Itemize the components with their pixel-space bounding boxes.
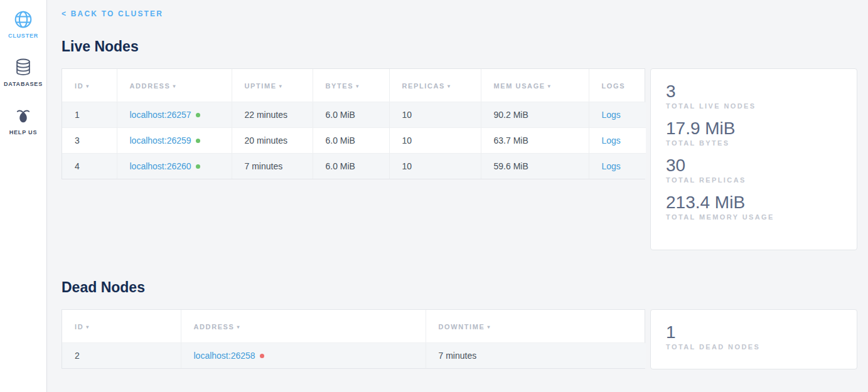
column-header-logs: LOGS	[589, 69, 646, 102]
dead-nodes-table-card: ID▾ ADDRESS▾ DOWNTIME▾ 2 localhost:26258…	[62, 309, 645, 369]
table-row: 3 localhost:26259 20 minutes 6.0 MiB 10 …	[62, 128, 646, 154]
node-downtime-cell: 7 minutes	[426, 343, 646, 369]
stat-total-dead-nodes: 1 TOTAL DEAD NODES	[666, 322, 842, 351]
node-address-link[interactable]: localhost:26257	[130, 110, 191, 120]
logs-link[interactable]: Logs	[602, 135, 621, 146]
table-row: 2 localhost:26258 7 minutes	[62, 343, 646, 369]
live-nodes-section: ID▾ ADDRESS▾ UPTIME▾ BYTES▾ REPLICAS▾ ME…	[62, 68, 857, 250]
node-replicas-cell: 10	[389, 102, 481, 128]
sort-arrow-icon: ▾	[237, 324, 241, 330]
dead-nodes-table: ID▾ ADDRESS▾ DOWNTIME▾ 2 localhost:26258…	[62, 310, 646, 368]
sort-arrow-icon: ▾	[86, 83, 90, 89]
stat-label: TOTAL MEMORY USAGE	[666, 213, 842, 221]
globe-icon	[13, 9, 33, 30]
node-logs-cell: Logs	[589, 154, 646, 179]
node-bytes-cell: 6.0 MiB	[313, 154, 389, 179]
node-mem-usage-cell: 90.2 MiB	[481, 102, 589, 128]
table-row: 1 localhost:26257 22 minutes 6.0 MiB 10 …	[62, 102, 646, 128]
dead-nodes-summary-card: 1 TOTAL DEAD NODES	[650, 309, 857, 369]
column-header-mem-usage[interactable]: MEM USAGE▾	[481, 69, 589, 102]
stat-label: TOTAL LIVE NODES	[666, 102, 842, 110]
live-status-dot	[196, 139, 200, 143]
node-bytes-cell: 6.0 MiB	[313, 102, 389, 128]
stat-total-bytes: 17.9 MiB TOTAL BYTES	[666, 118, 842, 147]
bug-icon	[14, 105, 33, 127]
node-address-cell: localhost:26258	[181, 343, 426, 369]
table-row: 4 localhost:26260 7 minutes 6.0 MiB 10 5…	[62, 154, 646, 179]
live-nodes-table-card: ID▾ ADDRESS▾ UPTIME▾ BYTES▾ REPLICAS▾ ME…	[62, 68, 645, 179]
database-icon	[14, 57, 33, 78]
node-address-link[interactable]: localhost:26258	[194, 351, 255, 361]
node-bytes-cell: 6.0 MiB	[313, 128, 389, 154]
table-header-row: ID▾ ADDRESS▾ DOWNTIME▾	[62, 310, 646, 343]
node-logs-cell: Logs	[589, 128, 646, 154]
dead-nodes-title: Dead Nodes	[62, 279, 857, 296]
stat-total-live-nodes: 3 TOTAL LIVE NODES	[666, 81, 842, 110]
sort-arrow-icon: ▾	[447, 83, 451, 89]
stat-value: 3	[666, 81, 842, 102]
back-to-cluster-link[interactable]: < BACK TO CLUSTER	[62, 9, 163, 18]
node-uptime-cell: 22 minutes	[232, 102, 313, 128]
stat-value: 1	[666, 322, 842, 342]
node-logs-cell: Logs	[589, 102, 646, 128]
stat-total-replicas: 30 TOTAL REPLICAS	[666, 155, 842, 184]
live-status-dot	[196, 113, 200, 117]
sidebar-item-cluster[interactable]: CLUSTER	[0, 9, 46, 39]
column-header-address[interactable]: ADDRESS▾	[181, 310, 426, 343]
main-content: < BACK TO CLUSTER Live Nodes ID▾ ADDRESS…	[47, 0, 868, 392]
node-replicas-cell: 10	[389, 128, 481, 154]
sidebar-item-label: CLUSTER	[8, 33, 38, 39]
sidebar: CLUSTER DATABASES HELP US	[0, 0, 47, 392]
node-address-cell: localhost:26259	[117, 128, 232, 154]
sort-arrow-icon: ▾	[356, 83, 360, 89]
node-replicas-cell: 10	[389, 154, 481, 179]
node-address-cell: localhost:26257	[117, 102, 232, 128]
node-uptime-cell: 7 minutes	[232, 154, 313, 179]
column-header-replicas[interactable]: REPLICAS▾	[389, 69, 481, 102]
node-address-link[interactable]: localhost:26260	[130, 161, 191, 171]
column-header-id[interactable]: ID▾	[62, 69, 117, 102]
sort-arrow-icon: ▾	[487, 324, 491, 330]
stat-value: 30	[666, 155, 842, 176]
stat-value: 213.4 MiB	[666, 192, 842, 213]
column-header-id[interactable]: ID▾	[62, 310, 181, 343]
stat-value: 17.9 MiB	[666, 118, 842, 139]
live-nodes-title: Live Nodes	[62, 38, 857, 55]
stat-label: TOTAL BYTES	[666, 139, 842, 147]
logs-link[interactable]: Logs	[602, 110, 621, 120]
stat-total-memory-usage: 213.4 MiB TOTAL MEMORY USAGE	[666, 192, 842, 221]
live-nodes-table: ID▾ ADDRESS▾ UPTIME▾ BYTES▾ REPLICAS▾ ME…	[62, 69, 646, 179]
sidebar-item-label: DATABASES	[4, 81, 43, 87]
live-nodes-summary-card: 3 TOTAL LIVE NODES 17.9 MiB TOTAL BYTES …	[650, 68, 857, 250]
column-header-uptime[interactable]: UPTIME▾	[232, 69, 313, 102]
sort-arrow-icon: ▾	[279, 83, 283, 89]
sidebar-item-help-us[interactable]: HELP US	[0, 105, 46, 135]
stat-label: TOTAL DEAD NODES	[666, 343, 842, 351]
stat-label: TOTAL REPLICAS	[666, 176, 842, 184]
sidebar-item-databases[interactable]: DATABASES	[0, 57, 46, 87]
node-id-cell: 1	[62, 102, 117, 128]
node-mem-usage-cell: 63.7 MiB	[481, 128, 589, 154]
live-status-dot	[196, 164, 200, 169]
node-address-link[interactable]: localhost:26259	[130, 135, 191, 146]
node-mem-usage-cell: 59.6 MiB	[481, 154, 589, 179]
node-id-cell: 4	[62, 154, 117, 179]
sort-arrow-icon: ▾	[86, 324, 90, 330]
sidebar-item-label: HELP US	[9, 129, 37, 135]
column-header-address[interactable]: ADDRESS▾	[117, 69, 232, 102]
node-address-cell: localhost:26260	[117, 154, 232, 179]
sort-arrow-icon: ▾	[173, 83, 177, 89]
table-header-row: ID▾ ADDRESS▾ UPTIME▾ BYTES▾ REPLICAS▾ ME…	[62, 69, 646, 102]
node-uptime-cell: 20 minutes	[232, 128, 313, 154]
dead-status-dot	[260, 354, 264, 358]
column-header-downtime[interactable]: DOWNTIME▾	[426, 310, 646, 343]
sort-arrow-icon: ▾	[548, 83, 552, 89]
logs-link[interactable]: Logs	[602, 161, 621, 171]
column-header-bytes[interactable]: BYTES▾	[313, 69, 389, 102]
dead-nodes-section: ID▾ ADDRESS▾ DOWNTIME▾ 2 localhost:26258…	[62, 309, 857, 369]
node-id-cell: 3	[62, 128, 117, 154]
node-id-cell: 2	[62, 343, 181, 369]
